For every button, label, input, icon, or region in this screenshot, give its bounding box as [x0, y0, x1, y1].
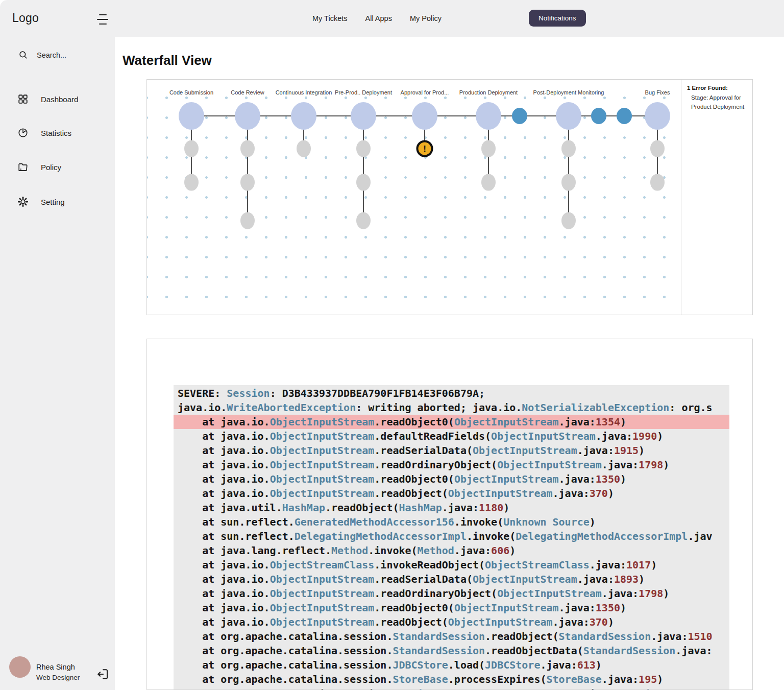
stage-node-4[interactable]: [351, 102, 376, 130]
hamburger-menu-icon[interactable]: [96, 14, 109, 25]
stage-substep-line: [363, 116, 364, 221]
substep-node: [561, 212, 576, 229]
stack-trace-line: SEVERE: Session: D3B433937DDBEA790F1FB14…: [174, 386, 729, 400]
stack-trace-line: at java.io.ObjectInputStream.readOrdinar…: [174, 458, 729, 472]
stack-trace-line: at java.io.ObjectInputStream.readObject(…: [174, 615, 729, 629]
stage-substep-line: [568, 116, 569, 221]
stack-trace-line: at org.apache.catalina.session.JDBCStore…: [174, 658, 729, 672]
avatar: [9, 656, 31, 678]
stack-trace-line: at java.io.ObjectInputStream.readObject0…: [174, 472, 729, 486]
substep-node: [561, 140, 576, 157]
search-row: [18, 50, 99, 60]
substep-node: [481, 174, 496, 191]
substep-node: [184, 174, 199, 191]
substep-node: [356, 174, 371, 191]
stage-label: Code Review: [231, 89, 264, 96]
waterfall-error-divider: [681, 80, 681, 315]
stack-trace-line: at java.io.ObjectInputStream.readObject0…: [174, 601, 729, 615]
topbar: My TicketsAll AppsMy Policy Notification…: [115, 0, 784, 37]
substep-node: [356, 212, 371, 229]
substep-node: [184, 140, 199, 157]
substep-node: [356, 140, 371, 157]
notifications-button[interactable]: Notifications: [529, 10, 586, 27]
stage-node-3[interactable]: [291, 102, 316, 130]
logout-icon[interactable]: [96, 668, 109, 681]
substep-node: [650, 140, 665, 157]
topnav-link-my-policy[interactable]: My Policy: [410, 14, 442, 22]
search-input[interactable]: [36, 51, 99, 60]
stack-trace-line: at java.io.ObjectInputStream.readSerialD…: [174, 572, 729, 586]
substep-node: [240, 212, 255, 229]
error-summary-detail: Stage: Approval for Product Deployment: [691, 93, 747, 112]
sidebar-item-setting[interactable]: Setting: [17, 196, 65, 207]
stage-label: Continuous Integration: [276, 89, 332, 96]
sidebar-item-label: Statistics: [41, 129, 71, 137]
stage-label: Pre-Prod.. Deployment: [335, 89, 392, 96]
error-summary-panel: 1 Error Found: Stage: Approval for Produ…: [687, 85, 747, 112]
substep-node: [297, 140, 311, 157]
connector-node: [591, 108, 606, 124]
stage-label: Bug Fixes: [645, 89, 670, 96]
stage-label: Approval for Prod...: [401, 89, 449, 96]
topnav-link-my-tickets[interactable]: My Tickets: [312, 14, 347, 22]
stage-substep-line: [247, 116, 248, 221]
waterfall-canvas: Code SubmissionCode ReviewContinuous Int…: [147, 80, 681, 315]
gear-icon: [17, 196, 29, 207]
folder-icon: [17, 161, 29, 173]
error-summary-title: 1 Error Found:: [687, 85, 747, 91]
connector-node: [617, 108, 632, 124]
connector-node: [512, 108, 527, 124]
stage-node-7[interactable]: [556, 102, 581, 130]
sidebar-item-dashboard[interactable]: Dashboard: [17, 93, 78, 105]
stack-trace-line: java.io.WriteAbortedException: writing a…: [174, 400, 729, 415]
substep-node: [650, 174, 665, 191]
stack-trace-line: at java.util.HashMap.readObject(HashMap.…: [174, 501, 729, 515]
stack-trace-code: SEVERE: Session: D3B433937DDBEA790F1FB14…: [174, 385, 729, 690]
stack-trace-line: at sun.reflect.DelegatingMethodAccessorI…: [174, 529, 729, 543]
stack-trace-line: at java.io.ObjectInputStream.readOrdinar…: [174, 586, 729, 601]
stack-trace-line: at org.apache.catalina.session.StandardS…: [174, 629, 729, 644]
user-name: Rhea Singh: [36, 663, 75, 671]
stack-trace-line: at org.apache.catalina.session.StandardS…: [174, 644, 729, 658]
sidebar-item-label: Setting: [41, 198, 65, 206]
search-icon: [18, 50, 29, 60]
logo: Logo: [12, 11, 39, 25]
sidebar-item-label: Dashboard: [41, 95, 78, 104]
app-window: Logo DashboardStatisticsPolicySetting Rh…: [0, 0, 784, 690]
topnav-link-all-apps[interactable]: All Apps: [365, 14, 391, 22]
sidebar-item-policy[interactable]: Policy: [17, 161, 61, 173]
substep-node: [240, 140, 255, 157]
user-profile: Rhea Singh Web Designer: [8, 655, 110, 682]
stack-trace-line: at java.io.ObjectStreamClass.invokeReadO…: [174, 558, 729, 572]
page-title: Waterfall View: [122, 53, 212, 68]
sidebar-item-label: Policy: [41, 163, 61, 172]
sidebar: Logo DashboardStatisticsPolicySetting Rh…: [0, 0, 115, 690]
dashboard-grid-icon: [17, 93, 29, 105]
topnav-links: My TicketsAll AppsMy Policy: [312, 0, 442, 37]
stage-node-6[interactable]: [476, 102, 501, 130]
substep-node: [240, 174, 255, 191]
sidebar-item-statistics[interactable]: Statistics: [17, 127, 71, 138]
stage-node-2[interactable]: [235, 102, 260, 130]
stack-trace-line: at java.io.ObjectInputStream.readSerialD…: [174, 443, 729, 458]
stage-label: Post-Deployment Monitoring: [533, 89, 604, 96]
substep-node: [561, 174, 576, 191]
error-warning-icon[interactable]: !: [416, 140, 433, 157]
stage-label: Code Submission: [169, 89, 213, 96]
stage-node-5[interactable]: [412, 102, 437, 130]
stack-trace-line: at java.io.ObjectInputStream.readObject(…: [174, 486, 729, 501]
stack-trace-line: at java.io.ObjectInputStream.defaultRead…: [174, 429, 729, 443]
user-role: Web Designer: [36, 674, 80, 681]
stage-node-1[interactable]: [179, 102, 204, 130]
stack-trace-line: at java.lang.reflect.Method.invoke(Metho…: [174, 543, 729, 558]
stack-trace-line-highlighted: at java.io.ObjectInputStream.readObject0…: [174, 415, 729, 429]
waterfall-panel: Code SubmissionCode ReviewContinuous Int…: [146, 79, 753, 315]
stack-trace-line: at org.apache.catalina.session.Persisten…: [174, 686, 729, 690]
pie-chart-icon: [17, 127, 29, 138]
stage-node-8[interactable]: [645, 102, 670, 130]
stage-label: Production Deployment: [459, 89, 518, 96]
stack-trace-panel: SEVERE: Session: D3B433937DDBEA790F1FB14…: [146, 339, 753, 690]
stack-trace-line: at sun.reflect.GeneratedMethodAccessor15…: [174, 515, 729, 529]
substep-node: [481, 140, 496, 157]
stack-trace-line: at org.apache.catalina.session.StoreBase…: [174, 672, 729, 686]
